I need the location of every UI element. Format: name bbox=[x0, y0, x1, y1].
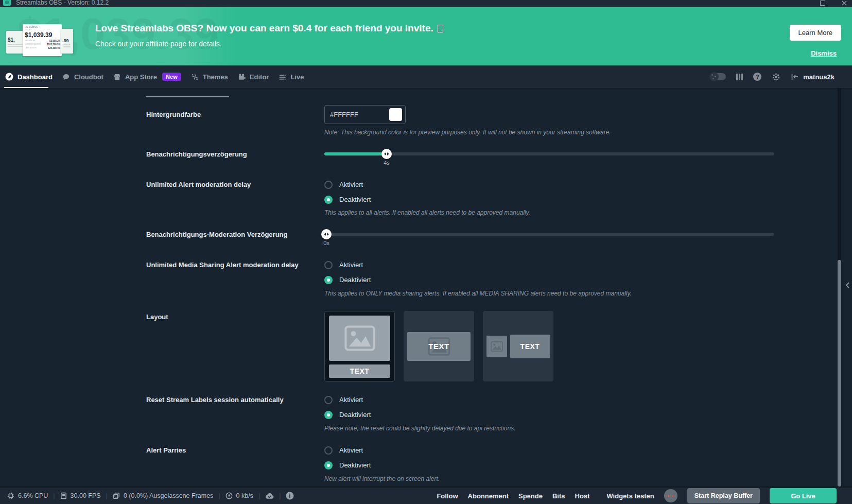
missing-emoji-glyph bbox=[438, 25, 443, 32]
info-icon[interactable] bbox=[286, 492, 294, 500]
test-bits-button[interactable]: Bits bbox=[552, 492, 565, 500]
radio-selected-icon[interactable] bbox=[324, 196, 333, 204]
image-placeholder-icon bbox=[486, 336, 507, 357]
video-camera-icon bbox=[238, 73, 246, 81]
status-bar: 6.6% CPU | 30.00 FPS | 0 (0.0%) Ausgelas… bbox=[0, 486, 852, 504]
test-follow-button[interactable]: Follow bbox=[437, 492, 458, 500]
radio-unselected-icon[interactable] bbox=[324, 261, 333, 269]
cloud-sync-icon[interactable] bbox=[265, 492, 274, 499]
test-widgets-button[interactable]: Widgets testen bbox=[606, 492, 654, 500]
revenue-row: CURRENT MONTH $102,389.20 bbox=[25, 43, 60, 46]
setting-label-reset-session: Reset Stream Labels session automaticall… bbox=[146, 396, 284, 404]
active-tab-underline bbox=[4, 87, 48, 88]
radio-option-deaktiviert[interactable]: Deaktiviert bbox=[324, 275, 371, 284]
revenue-amount: $1,039.39 bbox=[25, 31, 60, 39]
setting-label-moderation-delay: Benachrichtigungs-Moderation Verzögerung bbox=[146, 231, 287, 238]
test-subscription-button[interactable]: Abonnement bbox=[468, 492, 509, 500]
dashboard-icon bbox=[5, 73, 13, 81]
radio-option-deaktiviert[interactable]: Deaktiviert bbox=[324, 195, 371, 204]
layout-option-image-above-text[interactable]: TEXT bbox=[324, 311, 395, 381]
radio-unselected-icon[interactable] bbox=[324, 446, 333, 455]
close-icon[interactable] bbox=[842, 1, 847, 6]
learn-more-button[interactable]: Learn More bbox=[790, 25, 841, 41]
slider-handle[interactable] bbox=[321, 229, 332, 239]
logout-icon[interactable] bbox=[791, 73, 799, 80]
nav-item-app-store[interactable]: App Store New bbox=[113, 73, 181, 81]
slider-value: 4s bbox=[376, 160, 397, 166]
maximize-icon[interactable] bbox=[820, 1, 825, 6]
fps-stat: 30.00 FPS bbox=[60, 492, 101, 499]
radio-option-deaktiviert[interactable]: Deaktiviert bbox=[324, 461, 371, 470]
collapse-panel-chevron-icon[interactable] bbox=[845, 282, 850, 289]
layout-text-label: TEXT bbox=[510, 335, 550, 358]
radio-selected-icon[interactable] bbox=[324, 461, 333, 470]
radio-option-aktiviert[interactable]: Aktiviert bbox=[324, 260, 363, 269]
slider-track[interactable] bbox=[324, 152, 774, 155]
slider-handle[interactable] bbox=[381, 149, 392, 159]
nav-item-cloudbot[interactable]: Cloudbot bbox=[62, 73, 103, 81]
setting-label-unlimited-alert: Unlimited Alert moderation delay bbox=[146, 181, 251, 188]
vertical-scrollbar[interactable] bbox=[838, 89, 841, 486]
banner-subtext: Check out your affiliate page for detail… bbox=[95, 40, 443, 48]
alert-parries-note: New alert will interrupt the on screen a… bbox=[324, 475, 440, 482]
top-navigation: Dashboard Cloudbot App Store New Themes … bbox=[0, 65, 852, 89]
help-icon[interactable]: ? bbox=[753, 73, 761, 81]
radio-selected-icon[interactable] bbox=[324, 276, 333, 284]
radio-selected-icon[interactable] bbox=[324, 411, 333, 419]
titlebar: Streamlabs OBS - Version: 0.12.2 bbox=[0, 0, 852, 7]
radio-unselected-icon[interactable] bbox=[324, 396, 333, 404]
background-color-note: Note: This background color is for previ… bbox=[324, 129, 611, 136]
nav-item-dashboard[interactable]: Dashboard bbox=[5, 73, 53, 81]
color-swatch[interactable] bbox=[389, 108, 402, 121]
bitrate-stat: 0 kb/s bbox=[225, 492, 253, 499]
slider-fill bbox=[324, 152, 387, 155]
scrollbar-thumb[interactable] bbox=[838, 260, 841, 486]
username[interactable]: matnus2k bbox=[803, 73, 834, 81]
unlimited-media-note: This applies to ONLY media sharing alert… bbox=[324, 290, 632, 297]
affiliate-banner: $1,039.39 $1, REVENUE TODAY $1,039.39 YE… bbox=[0, 7, 852, 65]
setting-label-unlimited-media: Unlimited Media Sharing Alert moderation… bbox=[146, 261, 299, 269]
test-host-button[interactable]: Host bbox=[575, 492, 590, 500]
themes-icon bbox=[191, 73, 199, 81]
nav-item-live[interactable]: Live bbox=[279, 73, 304, 81]
moderation-delay-slider: 0s bbox=[324, 229, 774, 239]
revenue-card: REVENUE TODAY $1,039.39 YESTERDAY $3,088… bbox=[23, 24, 62, 56]
window-title: Streamlabs OBS - Version: 0.12.2 bbox=[16, 0, 109, 6]
go-live-button[interactable]: Go Live bbox=[770, 488, 837, 503]
radio-option-deaktiviert[interactable]: Deaktiviert bbox=[324, 410, 371, 419]
settings-gear-icon[interactable] bbox=[772, 73, 780, 81]
slider-track[interactable] bbox=[324, 233, 774, 236]
revenue-card-period: TODAY bbox=[25, 28, 60, 31]
night-mode-toggle[interactable] bbox=[710, 73, 726, 80]
nav-item-themes[interactable]: Themes bbox=[191, 73, 228, 81]
radio-option-aktiviert[interactable]: Aktiviert bbox=[324, 180, 363, 189]
nav-item-editor[interactable]: Editor bbox=[238, 73, 269, 81]
live-lines-icon bbox=[279, 73, 286, 81]
revenue-row: LAST MONTH $25,399.40 bbox=[25, 47, 60, 50]
record-button[interactable]: REC bbox=[664, 489, 677, 502]
layout-option-image-beside-text[interactable]: TEXT bbox=[483, 311, 553, 381]
alert-delay-slider: 4s bbox=[324, 149, 774, 159]
start-replay-buffer-button[interactable]: Start Replay Buffer bbox=[687, 488, 760, 503]
settings-tab-underline bbox=[146, 96, 229, 97]
layout-columns-icon[interactable] bbox=[736, 74, 743, 80]
new-badge: New bbox=[162, 73, 181, 81]
image-placeholder-icon bbox=[329, 316, 390, 361]
cpu-chip-icon bbox=[7, 492, 14, 499]
radio-option-aktiviert[interactable]: Aktiviert bbox=[324, 395, 363, 404]
reset-session-note: Please note, the reset could be slightly… bbox=[324, 425, 516, 432]
setting-label-layout: Layout bbox=[146, 313, 168, 321]
test-donation-button[interactable]: Spende bbox=[518, 492, 543, 500]
dismiss-link[interactable]: Dismiss bbox=[811, 49, 837, 57]
radio-unselected-icon[interactable] bbox=[324, 181, 333, 189]
store-icon bbox=[113, 73, 121, 81]
color-value-field[interactable] bbox=[330, 111, 389, 118]
cpu-stat: 6.6% CPU bbox=[7, 492, 48, 499]
layout-option-text-over-image[interactable]: TEXT bbox=[404, 311, 474, 381]
layout-options: TEXT TEXT TEXT bbox=[324, 311, 553, 381]
streamlabs-app-icon bbox=[3, 0, 11, 6]
settings-panel: Hintergrundfarbe Note: This background c… bbox=[0, 89, 852, 486]
radio-option-aktiviert[interactable]: Aktiviert bbox=[324, 446, 363, 455]
setting-label-alert-parries: Alert Parries bbox=[146, 446, 186, 454]
layout-text-label: TEXT bbox=[428, 342, 449, 351]
